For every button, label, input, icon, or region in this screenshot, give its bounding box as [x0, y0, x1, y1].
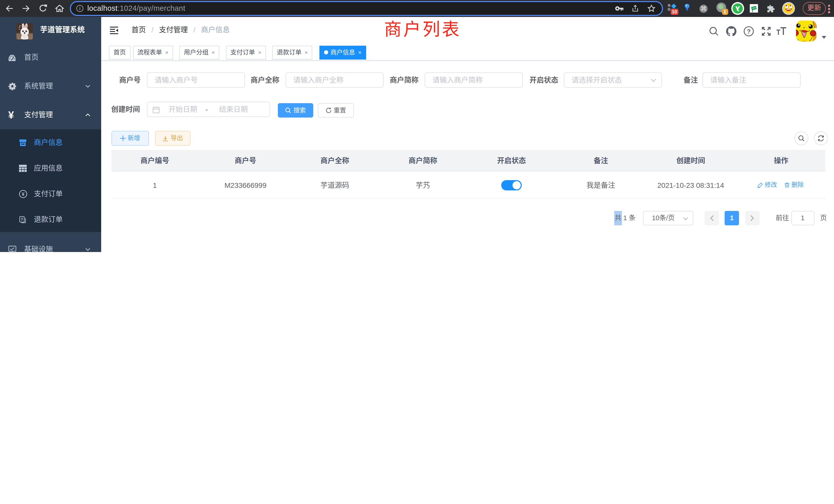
svg-text:⌘: ⌘: [701, 5, 707, 12]
svg-text:¥: ¥: [22, 191, 25, 197]
svg-text:?: ?: [747, 28, 751, 35]
